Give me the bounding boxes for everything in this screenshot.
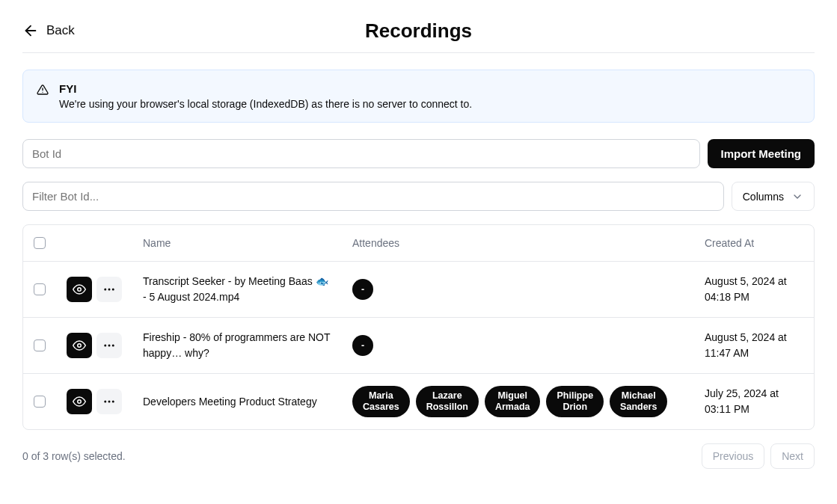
page-title: Recordings <box>365 19 472 43</box>
filter-bot-id-input[interactable] <box>22 182 724 211</box>
next-button[interactable]: Next <box>770 443 815 469</box>
attendee-badge: MariaCasares <box>352 386 410 417</box>
attendee-badge: MiguelArmada <box>485 386 541 417</box>
arrow-left-icon <box>22 22 39 39</box>
attendees-list: MariaCasaresLazareRossillonMiguelArmadaP… <box>352 386 684 417</box>
recording-name: Fireship - 80% of programmers are NOT ha… <box>132 318 342 374</box>
recording-name: Transcript Seeker - by Meeting Baas 🐟 - … <box>132 262 342 318</box>
svg-point-10 <box>113 345 114 346</box>
dots-horizontal-icon <box>102 395 116 408</box>
attendee-badge: - <box>352 279 373 300</box>
view-button[interactable] <box>67 389 92 414</box>
svg-point-6 <box>113 289 114 290</box>
alert-description: We're using your browser's local storage… <box>59 98 472 110</box>
column-header-attendees: Attendees <box>342 225 694 262</box>
svg-point-9 <box>108 345 110 346</box>
column-header-name: Name <box>132 225 342 262</box>
attendee-badge: - <box>352 335 373 356</box>
attendee-badge: LazareRossillon <box>416 386 479 417</box>
bot-id-input[interactable] <box>22 139 700 168</box>
eye-icon <box>73 395 86 408</box>
attendee-badge: PhilippeDrion <box>546 386 604 417</box>
back-button[interactable]: Back <box>22 22 75 39</box>
created-at: August 5, 2024 at 04:18 PM <box>694 262 814 318</box>
select-all-checkbox[interactable] <box>34 237 46 249</box>
columns-dropdown[interactable]: Columns <box>732 182 815 211</box>
alert-title: FYI <box>59 82 472 95</box>
view-button[interactable] <box>67 333 92 358</box>
row-checkbox[interactable] <box>34 283 46 295</box>
view-button[interactable] <box>67 277 92 302</box>
svg-point-12 <box>105 401 106 402</box>
attendees-list: - <box>352 335 684 356</box>
table-row: Fireship - 80% of programmers are NOT ha… <box>23 318 814 374</box>
row-checkbox[interactable] <box>34 396 46 408</box>
more-actions-button[interactable] <box>96 333 122 358</box>
import-meeting-button[interactable]: Import Meeting <box>708 139 815 168</box>
table-row: Transcript Seeker - by Meeting Baas 🐟 - … <box>23 262 814 318</box>
eye-icon <box>73 283 86 296</box>
column-header-created-at: Created At <box>694 225 814 262</box>
dots-horizontal-icon <box>102 339 116 352</box>
selection-count: 0 of 3 row(s) selected. <box>22 450 126 462</box>
recordings-table: Name Attendees Created At Transcript See… <box>22 224 815 430</box>
svg-point-13 <box>108 401 110 402</box>
more-actions-button[interactable] <box>96 389 122 414</box>
attendees-list: - <box>352 279 684 300</box>
chevron-down-icon <box>791 191 803 203</box>
more-actions-button[interactable] <box>96 277 122 302</box>
created-at: August 5, 2024 at 11:47 AM <box>694 318 814 374</box>
svg-point-5 <box>108 289 110 290</box>
warning-triangle-icon <box>37 84 49 110</box>
svg-point-3 <box>78 288 82 292</box>
columns-label: Columns <box>743 191 784 203</box>
created-at: July 25, 2024 at 03:11 PM <box>694 374 814 430</box>
attendee-badge: MichaelSanders <box>610 386 667 417</box>
previous-button[interactable]: Previous <box>702 443 764 469</box>
table-row: Developers Meeting Product StrategyMaria… <box>23 374 814 430</box>
eye-icon <box>73 339 86 352</box>
dots-horizontal-icon <box>102 283 116 296</box>
svg-point-4 <box>105 289 106 290</box>
recording-name: Developers Meeting Product Strategy <box>132 374 342 430</box>
svg-point-11 <box>78 400 82 404</box>
svg-point-8 <box>105 345 106 346</box>
back-label: Back <box>46 23 75 38</box>
svg-point-7 <box>78 344 82 348</box>
svg-point-14 <box>113 401 114 402</box>
row-checkbox[interactable] <box>34 339 46 351</box>
info-alert: FYI We're using your browser's local sto… <box>22 70 815 123</box>
